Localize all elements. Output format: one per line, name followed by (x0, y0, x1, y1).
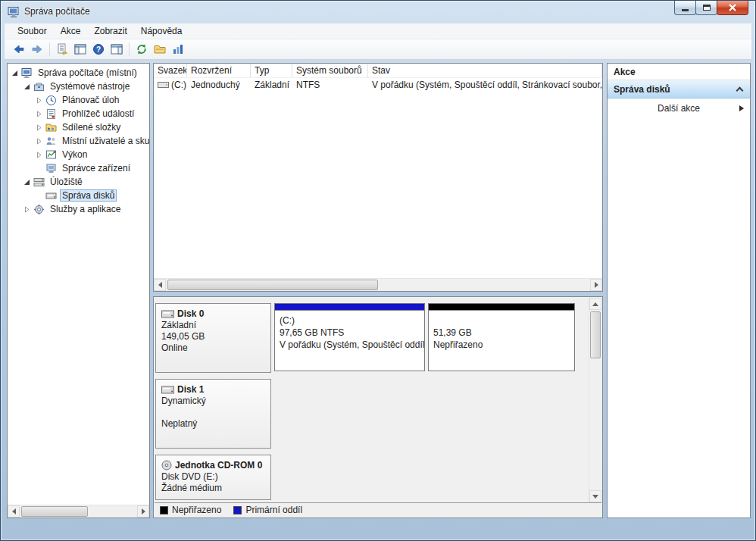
partition-unallocated[interactable]: 51,39 GB Nepřiřazeno (428, 303, 575, 371)
scroll-up-icon[interactable] (589, 298, 601, 310)
volume-name: (C:) (171, 80, 186, 90)
scrollbar-thumb[interactable] (167, 280, 378, 290)
expander-none (35, 192, 43, 200)
tree-item-label: Správce zařízení (60, 162, 133, 174)
close-icon (728, 4, 737, 11)
expander-expanded-icon[interactable] (23, 178, 31, 186)
scrollbar-thumb[interactable] (590, 311, 601, 358)
app-icon (8, 6, 20, 18)
tree-horizontal-scrollbar[interactable] (8, 505, 149, 518)
window-title: Správa počítače (24, 6, 90, 17)
tree-item-sluzby-aplikace[interactable]: Služby a aplikace (8, 202, 149, 216)
shared-folders-icon (45, 122, 57, 133)
help-icon[interactable]: ? (89, 41, 108, 58)
expander-expanded-icon[interactable] (23, 83, 31, 91)
minimize-button[interactable] (674, 1, 696, 15)
column-header-typ[interactable]: Typ (251, 64, 292, 77)
properties-icon[interactable] (151, 41, 169, 58)
cdrom-label-box[interactable]: Jednotka CD-ROM 0 Disk DVD (E:) Žádné mé… (155, 455, 271, 500)
partition-color-band-unallocated (429, 304, 574, 311)
tree-item-uloziste[interactable]: Úložiště (8, 175, 149, 189)
forward-icon[interactable] (28, 41, 46, 58)
disk-type: Základní (161, 320, 270, 331)
services-icon (33, 204, 45, 215)
maximize-button[interactable] (695, 1, 717, 15)
disk1-label-box[interactable]: Disk 1 Dynamický Neplatný (155, 379, 271, 449)
tree-item-planovac-uloh[interactable]: Plánovač úloh (8, 93, 149, 107)
partition-size: 51,39 GB (433, 327, 570, 339)
tree-item-mistni-uzivatele[interactable]: Místní uživatelé a skupiny (8, 134, 149, 148)
disk-status: Žádné médium (161, 483, 270, 494)
back-icon[interactable] (10, 41, 28, 58)
legend-swatch-primary (233, 506, 242, 514)
menu-akce[interactable]: Akce (54, 24, 88, 38)
legend-item-unallocated: Nepřiřazeno (160, 505, 221, 515)
menu-zobrazit[interactable]: Zobrazit (87, 24, 133, 38)
tree-item-prohlizec-udalosti[interactable]: Prohlížeč událostí (8, 107, 149, 120)
disk-name: Jednotka CD-ROM 0 (175, 460, 262, 471)
computer-management-window: Správa počítače Soubor Akce Zobrazit Náp… (0, 0, 756, 541)
show-console-tree-icon[interactable] (71, 41, 89, 58)
tree-item-label: Služby a aplikace (48, 203, 123, 215)
partition-size: 97,65 GB NTFS (280, 327, 420, 339)
expander-expanded-icon[interactable] (11, 69, 19, 77)
expander-collapsed-icon[interactable] (35, 137, 43, 145)
disk-management-icon (45, 190, 57, 202)
scrollbar-thumb[interactable] (21, 506, 88, 517)
column-header-system-souboru[interactable]: Systém souborů (292, 64, 368, 77)
volume-type: Základní (251, 80, 292, 90)
tree-item-spravce-zarizeni[interactable]: Správce zařízení (8, 161, 149, 175)
export-list-icon[interactable] (53, 41, 71, 58)
column-header-rozvrzeni[interactable]: Rozvržení (187, 64, 251, 77)
tree-item-sprava-pocitace[interactable]: Správa počítače (místní) (8, 66, 149, 80)
expander-collapsed-icon[interactable] (23, 205, 31, 214)
menu-napoveda[interactable]: Nápověda (134, 24, 189, 38)
legend-label: Nepřiřazeno (172, 505, 221, 515)
legend-item-primary: Primární oddíl (233, 505, 302, 515)
actions-dalsi-akce[interactable]: Další akce (608, 99, 750, 118)
column-header-svazek[interactable]: Svazek (154, 64, 187, 77)
expander-collapsed-icon[interactable] (35, 124, 43, 132)
close-button[interactable] (717, 1, 748, 15)
disk0-label-box[interactable]: Disk 0 Základní 149,05 GB Online (155, 303, 271, 373)
performance-icon (45, 149, 57, 161)
scroll-left-icon[interactable] (8, 505, 20, 518)
scroll-right-icon[interactable] (137, 505, 149, 518)
disk-row-0: Disk 0 Základní 149,05 GB Online (C:) 97… (155, 303, 602, 373)
maximize-icon (703, 5, 711, 11)
svg-text:?: ? (96, 45, 101, 54)
volume-list-horizontal-scrollbar[interactable] (154, 278, 602, 291)
scroll-left-icon[interactable] (154, 279, 166, 291)
disk-drive-icon (161, 386, 174, 394)
disk-view-vertical-scrollbar[interactable] (589, 298, 601, 502)
tree-item-sdilene-slozky[interactable]: Sdílené složky (8, 120, 149, 134)
volume-row[interactable]: (C:) Jednoduchý Základní NTFS V pořádku … (154, 78, 602, 92)
tree-item-vykon[interactable]: Výkon (8, 148, 149, 161)
toolbar-separator (49, 42, 50, 56)
toolbar: ? (5, 39, 751, 60)
system-tools-icon (33, 81, 45, 92)
scroll-down-icon[interactable] (589, 490, 601, 502)
tree-item-label: Správa počítače (místní) (36, 67, 139, 79)
actions-pane: Akce Správa disků Další akce (607, 63, 751, 518)
volume-filesystem: NTFS (292, 80, 368, 90)
tree-item-sprava-disku[interactable]: Správa disků (8, 189, 149, 202)
tree-item-systemove-nastroje[interactable]: Systémové nástroje (8, 80, 149, 93)
scroll-right-icon[interactable] (590, 279, 602, 291)
partition-title: (C:) (280, 314, 420, 327)
list-icon[interactable] (169, 41, 187, 58)
refresh-icon[interactable] (133, 41, 151, 58)
partition-c[interactable]: (C:) 97,65 GB NTFS V pořádku (Systém, Sp… (274, 303, 425, 371)
show-action-pane-icon[interactable] (108, 41, 126, 58)
expander-collapsed-icon[interactable] (35, 96, 43, 105)
column-header-stav[interactable]: Stav (368, 64, 602, 77)
tree-item-label: Místní uživatelé a skupiny (60, 135, 149, 147)
menubar: Soubor Akce Zobrazit Nápověda (5, 23, 751, 39)
disk-spacer (161, 407, 270, 418)
expander-collapsed-icon[interactable] (35, 151, 43, 159)
disk-status: Online (161, 342, 270, 354)
actions-section-sprava-disku[interactable]: Správa disků (608, 80, 750, 99)
titlebar[interactable]: Správa počítače (1, 1, 755, 23)
menu-soubor[interactable]: Soubor (11, 24, 54, 38)
expander-collapsed-icon[interactable] (35, 110, 43, 118)
